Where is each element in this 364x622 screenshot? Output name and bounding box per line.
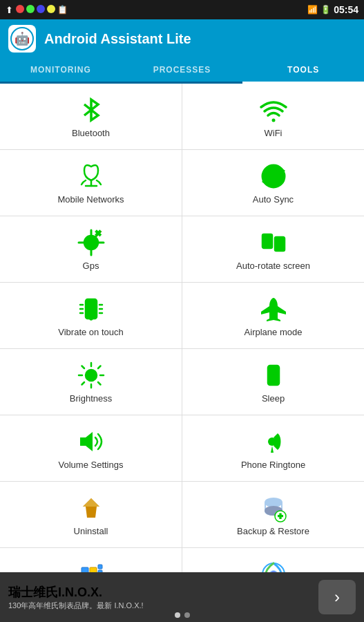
grid-item-mobile-networks[interactable]: Mobile Networks	[0, 150, 182, 216]
status-right: 📶 🔋 05:54	[307, 4, 358, 15]
uninstall-label: Uninstall	[74, 526, 108, 536]
grid-item-volume[interactable]: Volume Settings	[0, 415, 182, 481]
clipboard-icon: 📋	[57, 5, 68, 15]
tools-grid: Bluetooth WiFi Mobile Networks	[0, 84, 364, 622]
gps-icon: ✕	[76, 227, 106, 261]
bluetooth-icon	[77, 95, 105, 128]
mobile-networks-label: Mobile Networks	[57, 194, 124, 205]
ad-subtitle: 130年高年维氏制表品牌。最新 I.N.O.X.!	[8, 601, 144, 611]
vibrate-icon	[76, 294, 106, 327]
svg-rect-16	[262, 234, 272, 248]
svg-text:+: +	[278, 511, 282, 521]
ad-banner: 瑞士维氏I.N.O.X. 130年高年维氏制表品牌。最新 I.N.O.X.! ›	[0, 572, 364, 622]
svg-point-41	[265, 498, 282, 507]
ad-dot-2	[184, 612, 190, 618]
sleep-label: Sleep	[262, 393, 285, 404]
grid-item-auto-sync[interactable]: Auto Sync	[182, 150, 364, 216]
vibrate-label: Vibrate on touch	[58, 327, 123, 337]
grid-item-airplane[interactable]: Airplane mode	[182, 283, 364, 348]
ad-dot-1	[175, 612, 180, 618]
svg-text:🤖: 🤖	[15, 31, 30, 46]
ringtone-icon	[258, 426, 289, 460]
ad-arrow-button[interactable]: ›	[318, 580, 356, 614]
uninstall-icon	[76, 493, 106, 526]
grid-item-backup[interactable]: + Backup & Restore	[182, 482, 364, 547]
volume-icon	[76, 426, 106, 460]
tab-tools[interactable]: TOOLS	[242, 58, 364, 84]
wifi-status-icon: 📶	[307, 5, 318, 15]
ad-content: 瑞士维氏I.N.O.X. 130年高年维氏制表品牌。最新 I.N.O.X.!	[8, 584, 144, 611]
notification-icons: 📋	[16, 5, 68, 15]
volume-label: Volume Settings	[59, 460, 124, 470]
brightness-label: Brightness	[70, 393, 112, 404]
svg-point-37	[272, 381, 275, 384]
grid-item-gps[interactable]: ✕ Gps	[0, 216, 182, 282]
ringtone-label: Phone Ringtone	[241, 460, 305, 470]
auto-sync-icon	[258, 161, 289, 194]
status-bar: ⬆ 📋 📶 🔋 05:54	[0, 0, 364, 19]
ad-dots	[175, 612, 190, 618]
backup-icon: +	[258, 493, 289, 526]
clock: 05:54	[334, 4, 358, 15]
auto-rotate-icon	[258, 227, 289, 261]
svg-line-35	[82, 382, 84, 385]
auto-sync-label: Auto Sync	[253, 194, 294, 205]
wifi-label: WiFi	[265, 128, 282, 138]
grid-item-bluetooth[interactable]: Bluetooth	[0, 84, 182, 149]
app-header: 🤖 Android Assistant Lite	[0, 19, 364, 58]
svg-rect-38	[269, 366, 278, 368]
airplane-label: Airplane mode	[245, 327, 303, 337]
grid-item-vibrate[interactable]: Vibrate on touch	[0, 283, 182, 348]
status-left: ⬆ 📋	[6, 5, 68, 15]
grid-item-wifi[interactable]: WiFi	[182, 84, 364, 149]
svg-rect-47	[98, 565, 102, 569]
gps-label: Gps	[83, 261, 99, 271]
tab-bar: MONITORING PROCESSES TOOLS	[0, 58, 364, 84]
grid-item-sleep[interactable]: Sleep	[182, 349, 364, 415]
grid-item-ringtone[interactable]: Phone Ringtone	[182, 415, 364, 481]
svg-point-8	[84, 236, 98, 249]
svg-text:✕: ✕	[95, 229, 101, 237]
svg-point-27	[86, 370, 97, 381]
svg-line-34	[98, 366, 101, 369]
grid-item-uninstall[interactable]: Uninstall	[0, 482, 182, 547]
grid-item-auto-rotate[interactable]: Auto-rotate screen	[182, 216, 364, 282]
svg-marker-39	[80, 432, 93, 451]
auto-rotate-label: Auto-rotate screen	[236, 261, 310, 271]
app-title: Android Assistant Lite	[44, 31, 191, 47]
wifi-icon	[258, 95, 289, 128]
svg-point-40	[268, 437, 276, 446]
backup-label: Backup & Restore	[237, 526, 309, 536]
grid-item-brightness[interactable]: Brightness	[0, 349, 182, 415]
usb-icon: ⬆	[6, 5, 13, 15]
battery-status-icon: 🔋	[320, 5, 331, 15]
svg-point-26	[90, 318, 92, 320]
svg-line-33	[98, 382, 101, 385]
airplane-icon	[258, 294, 289, 327]
ad-title: 瑞士维氏I.N.O.X.	[8, 584, 144, 601]
svg-rect-17	[275, 237, 285, 251]
sleep-icon	[258, 360, 289, 393]
svg-point-2	[271, 119, 275, 122]
tab-monitoring[interactable]: MONITORING	[0, 58, 122, 82]
app-logo: 🤖	[8, 25, 36, 53]
tab-processes[interactable]: PROCESSES	[122, 58, 243, 82]
brightness-icon	[76, 360, 106, 393]
bluetooth-label: Bluetooth	[72, 128, 110, 138]
svg-line-32	[82, 366, 84, 369]
mobile-networks-icon	[76, 161, 106, 194]
